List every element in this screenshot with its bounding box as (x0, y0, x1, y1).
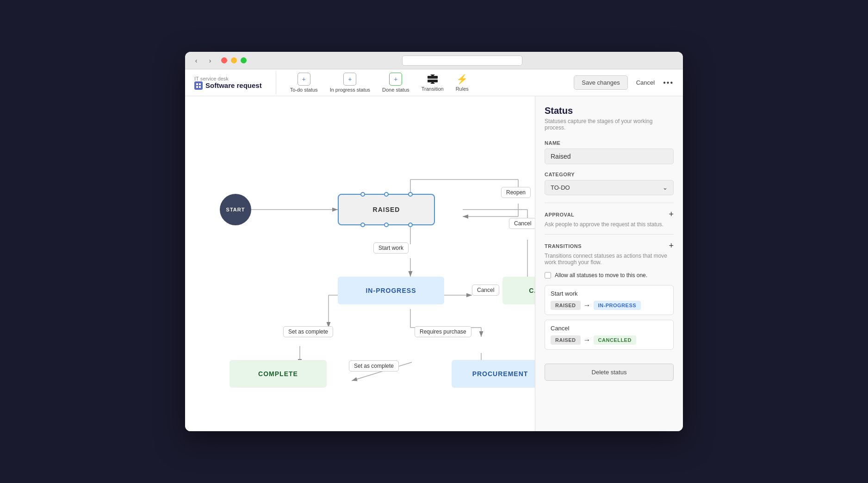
right-panel: Status Statuses capture the stages of yo… (535, 96, 683, 431)
transitions-header: TRANSITIONS + (545, 241, 674, 251)
done-label: Done status (382, 87, 409, 93)
startwork-label[interactable]: Start work (373, 242, 409, 254)
panel-subtitle: Statuses capture the stages of your work… (545, 118, 674, 131)
workspace: START RAISED Reop (185, 96, 683, 431)
transition2-title: Cancel (551, 325, 668, 332)
handle-top[interactable] (384, 192, 389, 197)
chevron-down-icon: ⌄ (663, 184, 668, 191)
rules-icon: ⚡ (456, 74, 468, 85)
reqpurchase-label[interactable]: Requires purchase (415, 326, 471, 337)
arrow-icon-1: → (583, 301, 591, 310)
done-status-button[interactable]: + Done status (378, 71, 414, 94)
app-title-text: Software request (205, 81, 262, 89)
svg-rect-0 (196, 83, 198, 85)
main-content: IT service desk Software request (185, 69, 683, 431)
toolbar-left: IT service desk Software request (194, 76, 262, 90)
setcomplete-bot-label[interactable]: Set as complete (349, 360, 399, 372)
divider-2 (545, 234, 674, 235)
allow-all-checkbox[interactable] (545, 272, 551, 279)
cancel-top-label[interactable]: Cancel (509, 218, 535, 229)
nav-arrows: ‹ › (191, 56, 216, 65)
handle-bot-left[interactable] (360, 223, 365, 227)
transition-button[interactable]: Transition (417, 72, 448, 93)
more-button[interactable]: ••• (663, 79, 674, 87)
rules-label: Rules (456, 86, 469, 92)
category-select[interactable]: TO-DO ⌄ (545, 180, 674, 195)
divider-1 (545, 203, 674, 203)
transition-card-1[interactable]: Start work RAISED → IN-PROGRESS (545, 285, 674, 315)
allow-all-label: Allow all statuses to move to this one. (555, 272, 647, 279)
procurement-label: PROCUREMENT (472, 370, 528, 378)
delete-status-button[interactable]: Delete status (545, 364, 674, 381)
canvas-area[interactable]: START RAISED Reop (185, 96, 535, 431)
diagram: START RAISED Reop (185, 96, 535, 431)
done-icon: + (389, 73, 402, 86)
handle-bot-right[interactable] (408, 223, 413, 227)
inprogress-label: IN-PROGRESS (366, 287, 416, 294)
approval-header: APPROVAL + (545, 210, 674, 219)
cancelled-node[interactable]: CANCELLED (502, 277, 535, 304)
transition1-to: IN-PROGRESS (594, 301, 641, 310)
cancel-mid-label[interactable]: Cancel (472, 285, 499, 296)
name-label: NAME (545, 140, 674, 146)
search-input[interactable] (402, 56, 522, 66)
cancel-button[interactable]: Cancel (632, 76, 658, 89)
reopen-label[interactable]: Reopen (501, 187, 531, 198)
category-label: CATEGORY (545, 172, 674, 177)
panel-title: Status (545, 105, 674, 116)
procurement-node[interactable]: PROCUREMENT (452, 360, 535, 388)
transition-card-2[interactable]: Cancel RAISED → CANCELLED (545, 320, 674, 350)
forward-button[interactable]: › (205, 56, 216, 65)
toolbar: IT service desk Software request (185, 69, 683, 96)
transition1-title: Start work (551, 290, 668, 297)
start-node: START (220, 194, 251, 225)
inprogress-status-button[interactable]: + In progress status (325, 71, 375, 94)
todo-status-button[interactable]: + To-do status (285, 71, 322, 94)
setcomplete-left-label[interactable]: Set as complete (283, 326, 333, 337)
raised-node[interactable]: RAISED (338, 194, 435, 225)
transition1-from: RAISED (551, 301, 581, 310)
allow-all-row: Allow all statuses to move to this one. (545, 272, 674, 279)
transition2-flow: RAISED → CANCELLED (551, 335, 668, 345)
toolbar-actions: + To-do status + In progress status + Do… (276, 71, 473, 94)
back-button[interactable]: ‹ (191, 56, 202, 65)
complete-label: COMPLETE (258, 370, 298, 378)
window-controls (221, 57, 247, 63)
cancelled-label: CANCELLED (529, 287, 535, 294)
raised-label: RAISED (373, 206, 400, 213)
todo-label: To-do status (290, 87, 318, 93)
handle-bot[interactable] (384, 223, 389, 227)
rules-button[interactable]: ⚡ Rules (451, 72, 473, 93)
close-button[interactable] (221, 57, 227, 63)
transitions-label: TRANSITIONS (545, 243, 582, 249)
name-value: Raised (545, 149, 674, 164)
transitions-desc: Transitions connect statuses as actions … (545, 253, 674, 266)
complete-node[interactable]: COMPLETE (229, 360, 327, 388)
svg-rect-2 (196, 86, 198, 88)
transition1-flow: RAISED → IN-PROGRESS (551, 301, 668, 310)
transitions-add-button[interactable]: + (669, 241, 674, 251)
handle-top-right[interactable] (408, 192, 413, 197)
handle-top-left[interactable] (360, 192, 365, 197)
toolbar-right: Save changes Cancel ••• (574, 75, 674, 90)
category-value: TO-DO (551, 184, 570, 191)
todo-icon: + (298, 73, 310, 86)
minimize-button[interactable] (231, 57, 237, 63)
app-title: Software request (194, 81, 262, 90)
transition2-to: CANCELLED (594, 335, 636, 345)
approval-add-button[interactable]: + (669, 210, 674, 219)
inprogress-node[interactable]: IN-PROGRESS (338, 277, 444, 304)
titlebar-search (247, 56, 677, 66)
save-button[interactable]: Save changes (574, 75, 627, 90)
transition2-from: RAISED (551, 335, 581, 345)
transition-icon (426, 74, 439, 85)
app-icon (194, 81, 203, 90)
approval-label: APPROVAL (545, 212, 574, 217)
inprogress-label: In progress status (330, 87, 370, 93)
svg-rect-3 (199, 86, 201, 88)
approval-desc: Ask people to approve the request at thi… (545, 221, 674, 228)
maximize-button[interactable] (241, 57, 247, 63)
main-window: ‹ › IT service desk (185, 52, 683, 431)
breadcrumb: IT service desk (194, 76, 262, 81)
svg-rect-1 (199, 83, 201, 85)
